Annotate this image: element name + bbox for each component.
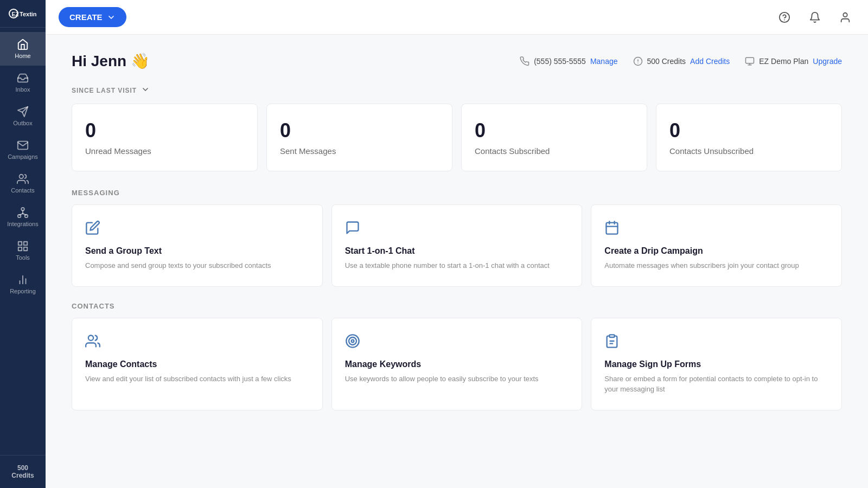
sidebar-item-reporting[interactable]: Reporting [0, 267, 46, 301]
topbar: CREATE [46, 0, 868, 35]
contacts-section-header: CONTACTS [72, 302, 842, 310]
card-manage-forms[interactable]: Manage Sign Up Forms Share or embed a fo… [591, 318, 842, 410]
svg-line-10 [20, 214, 23, 215]
card-send-group-text[interactable]: Send a Group Text Compose and send group… [72, 204, 323, 287]
create-button[interactable]: CREATE [59, 7, 126, 27]
bell-icon [809, 11, 821, 23]
stat-card-subscribed: 0 Contacts Subscribed [461, 104, 647, 171]
page-header: Hi Jenn 👋 (555) 555-5555 Manage [72, 52, 842, 70]
account-button[interactable] [835, 8, 855, 27]
svg-point-34 [349, 337, 356, 345]
sidebar-logo: EZ Texting [0, 0, 46, 28]
chevron-icon[interactable] [141, 85, 150, 96]
since-last-visit-header: SINCE LAST VISIT [72, 85, 842, 96]
messaging-section-header: MESSAGING [72, 189, 842, 197]
help-button[interactable] [775, 8, 794, 27]
card-manage-keywords[interactable]: Manage Keywords Use keywords to allow pe… [331, 318, 583, 410]
clipboard-icon [604, 333, 828, 351]
since-last-visit-label: SINCE LAST VISIT [72, 87, 137, 94]
card-title: Manage Sign Up Forms [604, 359, 828, 369]
card-desc: Use a textable phone number to start a 1… [345, 260, 569, 271]
card-title: Send a Group Text [85, 246, 309, 256]
stat-card-sent: 0 Sent Messages [266, 104, 452, 171]
credits-display: 500 Credits [0, 455, 46, 488]
greeting: Hi Jenn 👋 [72, 52, 150, 70]
sidebar-item-integrations[interactable]: Integrations [0, 200, 46, 234]
stats-grid: 0 Unread Messages 0 Sent Messages 0 Cont… [72, 104, 842, 171]
svg-text:EZ: EZ [12, 11, 19, 17]
plan-icon [745, 56, 755, 66]
notifications-button[interactable] [805, 8, 825, 27]
sidebar-item-inbox[interactable]: Inbox [0, 66, 46, 99]
card-drip-campaign[interactable]: Create a Drip Campaign Automate messages… [591, 204, 842, 287]
card-title: Manage Keywords [345, 359, 569, 369]
chevron-down-icon [107, 13, 116, 22]
card-desc: Use keywords to allow people to easily s… [345, 374, 569, 384]
svg-point-5 [20, 175, 23, 178]
help-icon [778, 11, 790, 23]
credits-icon [633, 56, 643, 66]
users-icon [85, 333, 309, 351]
svg-point-32 [88, 335, 93, 340]
messaging-cards: Send a Group Text Compose and send group… [72, 204, 842, 287]
main-content: CREATE [46, 0, 868, 488]
stat-card-unsubscribed: 0 Contacts Unsubscribed [656, 104, 842, 171]
svg-rect-36 [610, 335, 615, 337]
card-title: Start 1-on-1 Chat [345, 246, 569, 256]
manage-link[interactable]: Manage [590, 57, 618, 66]
sidebar: EZ Texting Home Inbox [0, 0, 46, 488]
chat-icon [345, 220, 569, 237]
sidebar-nav: Home Inbox Outbox Campaigns [0, 28, 46, 455]
svg-rect-15 [18, 247, 22, 251]
phone-icon [520, 56, 529, 66]
svg-rect-14 [24, 247, 27, 251]
card-desc: View and edit your list of subscribed co… [85, 374, 309, 384]
topbar-right [775, 8, 855, 27]
card-start-chat[interactable]: Start 1-on-1 Chat Use a textable phone n… [331, 204, 583, 287]
svg-text:Texting: Texting [20, 11, 37, 17]
sidebar-item-campaigns[interactable]: Campaigns [0, 133, 46, 166]
contacts-cards: Manage Contacts View and edit your list … [72, 318, 842, 410]
svg-point-21 [843, 12, 847, 16]
svg-rect-13 [24, 242, 27, 245]
card-desc: Automate messages when subscribers join … [604, 260, 828, 271]
calendar-icon [604, 220, 828, 237]
sidebar-item-outbox[interactable]: Outbox [0, 99, 46, 133]
svg-rect-28 [607, 223, 618, 234]
card-title: Create a Drip Campaign [604, 246, 828, 256]
sidebar-item-contacts[interactable]: Contacts [0, 166, 46, 200]
header-info: (555) 555-5555 Manage 500 Credits Add Cr… [520, 56, 842, 66]
svg-point-35 [351, 339, 354, 342]
stat-card-unread: 0 Unread Messages [72, 104, 258, 171]
edit-icon [85, 220, 309, 237]
svg-rect-25 [746, 57, 754, 63]
sidebar-item-tools[interactable]: Tools [0, 234, 46, 267]
sidebar-item-home[interactable]: Home [0, 32, 46, 66]
card-title: Manage Contacts [85, 359, 309, 369]
card-desc: Compose and send group texts to your sub… [85, 260, 309, 271]
svg-point-33 [346, 335, 359, 347]
phone-info: (555) 555-5555 Manage [520, 56, 617, 66]
card-manage-contacts[interactable]: Manage Contacts View and edit your list … [72, 318, 323, 410]
svg-line-11 [23, 214, 26, 215]
svg-rect-12 [18, 242, 22, 245]
plan-info: EZ Demo Plan Upgrade [745, 56, 842, 66]
target-icon [345, 333, 569, 351]
add-credits-link[interactable]: Add Credits [690, 57, 730, 66]
upgrade-link[interactable]: Upgrade [813, 57, 842, 66]
credits-info: 500 Credits Add Credits [633, 56, 730, 66]
page-content: Hi Jenn 👋 (555) 555-5555 Manage [46, 35, 868, 488]
card-desc: Share or embed a form for potential cont… [604, 374, 828, 395]
logo: EZ Texting [9, 8, 37, 20]
user-circle-icon [839, 11, 851, 23]
